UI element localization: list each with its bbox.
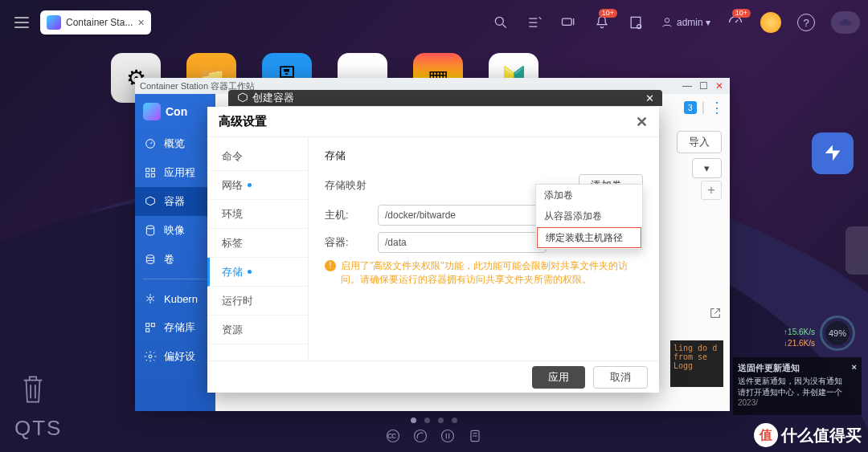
svg-rect-2 <box>562 18 571 25</box>
filter-dropdown[interactable]: ▾ <box>692 158 722 178</box>
tab-res[interactable]: 资源 <box>207 316 308 344</box>
cloud-icon[interactable] <box>831 11 860 34</box>
nav-kubernetes[interactable]: Kubern <box>135 284 215 313</box>
nav-apps[interactable]: 应用程 <box>135 158 215 187</box>
menu-bind-mount[interactable]: 绑定装载主机路径 <box>537 227 641 248</box>
modal-footer: 应用 取消 <box>207 360 659 393</box>
search-icon[interactable] <box>492 14 510 31</box>
resource-gauge[interactable]: 49% <box>820 316 855 351</box>
create-container-header: 创建容器 ✕ <box>228 90 662 106</box>
host-label: 主机: <box>325 208 363 222</box>
svg-point-19 <box>149 297 152 300</box>
mapping-label: 存储映射 <box>325 178 366 193</box>
svg-rect-4 <box>631 17 641 27</box>
window-tab[interactable]: Container Sta... × <box>40 10 151 35</box>
cc-icon[interactable] <box>385 428 401 444</box>
nav-prefs[interactable]: 偏好设 <box>135 342 215 371</box>
nav-images[interactable]: 映像 <box>135 216 215 245</box>
toast-title: 送固件更新通知 <box>738 362 800 374</box>
log-terminal: ling do d from se Logg <box>670 340 723 387</box>
apply-button[interactable]: 应用 <box>532 366 585 389</box>
tab-net[interactable]: 网络 <box>207 171 308 200</box>
close-icon[interactable]: ✕ <box>636 113 648 131</box>
tab-cmd[interactable]: 命令 <box>207 142 308 171</box>
avatar[interactable] <box>760 12 781 33</box>
trash-icon[interactable] <box>19 372 47 407</box>
cs-sidebar: Con 概览 应用程 容器 映像 卷 Kubern 存储库 偏好设 <box>135 94 215 411</box>
dashboard-badge: 10+ <box>732 9 751 18</box>
svg-rect-13 <box>151 173 154 177</box>
close-tab-icon[interactable]: × <box>137 16 144 29</box>
changed-indicator <box>248 270 252 274</box>
firmware-toast[interactable]: 送固件更新通知× 送件更新通知，因为没有通知 请打开通知中心，并创建一个 202… <box>733 357 862 415</box>
tab-env[interactable]: 环境 <box>207 200 308 229</box>
nav-volumes[interactable]: 卷 <box>135 245 215 274</box>
storage-pane: 存储 存储映射 添加卷 ▴ 主机: 容器: ! 启用了"高级文件夹权限"功能，此… <box>309 137 659 360</box>
menu-add-volume[interactable]: 添加卷 <box>536 185 642 206</box>
container-path-input[interactable] <box>378 232 547 253</box>
count-badge: 3 <box>684 101 697 114</box>
cancel-button[interactable]: 取消 <box>593 366 648 389</box>
username: admin ▾ <box>677 17 710 28</box>
more-icon[interactable]: ⋮ <box>710 99 725 116</box>
tasks-icon[interactable] <box>526 14 543 31</box>
modal-header: 高级设置 ✕ <box>207 107 659 137</box>
warning-icon: ! <box>325 260 336 271</box>
svg-line-1 <box>502 25 506 28</box>
menu-add-from-container[interactable]: 从容器添加卷 <box>536 206 642 226</box>
nav-overview[interactable]: 概览 <box>135 129 215 158</box>
svg-point-14 <box>146 226 154 229</box>
menu-icon[interactable] <box>8 9 35 36</box>
toast-date: 2023/ <box>738 398 857 407</box>
add-column-button[interactable]: + <box>701 181 722 200</box>
close-icon[interactable]: ✕ <box>714 80 725 92</box>
bookmark-icon[interactable] <box>627 14 645 31</box>
user-menu[interactable]: admin ▾ <box>661 16 710 29</box>
svg-rect-10 <box>146 169 149 172</box>
svg-rect-11 <box>151 169 154 172</box>
tab-labels[interactable]: 标签 <box>207 229 308 258</box>
add-volume-menu: 添加卷 从容器添加卷 绑定装载主机路径 <box>535 184 643 250</box>
dashboard-icon[interactable]: 10+ <box>727 14 744 31</box>
note-icon[interactable] <box>467 428 483 444</box>
import-button[interactable]: 导入 <box>677 131 722 153</box>
nav-storage[interactable]: 存储库 <box>135 313 215 342</box>
svg-rect-22 <box>146 328 149 332</box>
tab-runtime[interactable]: 运行时 <box>207 287 308 316</box>
watermark: 值什么值得买 <box>754 423 862 447</box>
notification-badge: 10+ <box>599 9 617 18</box>
open-external-icon[interactable] <box>709 307 722 323</box>
host-path-input[interactable] <box>378 205 547 226</box>
carousel-next[interactable] <box>845 226 868 275</box>
svg-point-16 <box>146 260 154 263</box>
divider: | <box>702 100 705 115</box>
svg-rect-21 <box>151 324 154 327</box>
cast-icon[interactable] <box>412 428 428 444</box>
modal-title: 高级设置 <box>219 114 267 129</box>
svg-point-15 <box>146 255 154 259</box>
min-icon[interactable]: — <box>682 80 693 92</box>
svg-point-24 <box>387 430 399 442</box>
container-label: 容器: <box>325 235 363 250</box>
svg-point-6 <box>665 18 669 22</box>
permission-warning: ! 启用了"高级文件夹权限"功能，此功能可能会限制对共享文件夹的访问。请确保要运… <box>325 259 643 287</box>
topbar-right: 10+ admin ▾ 10+ ? <box>492 11 860 34</box>
os-topbar: Container Sta... × 10+ admin ▾ 10+ ? <box>0 0 868 45</box>
desktop-pager[interactable] <box>411 417 457 423</box>
warning-text: 启用了"高级文件夹权限"功能，此功能可能会限制对共享文件夹的访问。请确保要运行的… <box>341 259 643 287</box>
thunder-app-icon[interactable] <box>812 132 854 174</box>
tab-storage[interactable]: 存储 <box>207 258 308 287</box>
svg-point-26 <box>442 430 454 442</box>
nav-containers[interactable]: 容器 <box>135 187 215 216</box>
svg-rect-12 <box>146 173 149 177</box>
close-icon[interactable]: × <box>852 362 857 374</box>
help-icon[interactable]: ? <box>797 14 815 31</box>
settings-nav: 命令 网络 环境 标签 存储 运行时 资源 <box>207 137 309 360</box>
close-icon[interactable]: ✕ <box>645 92 654 104</box>
devices-icon[interactable] <box>559 14 577 31</box>
max-icon[interactable]: ☐ <box>698 80 709 92</box>
bottom-tray <box>385 428 483 444</box>
notification-icon[interactable]: 10+ <box>593 14 611 31</box>
container-station-icon <box>47 15 61 30</box>
pause-icon[interactable] <box>440 428 456 444</box>
